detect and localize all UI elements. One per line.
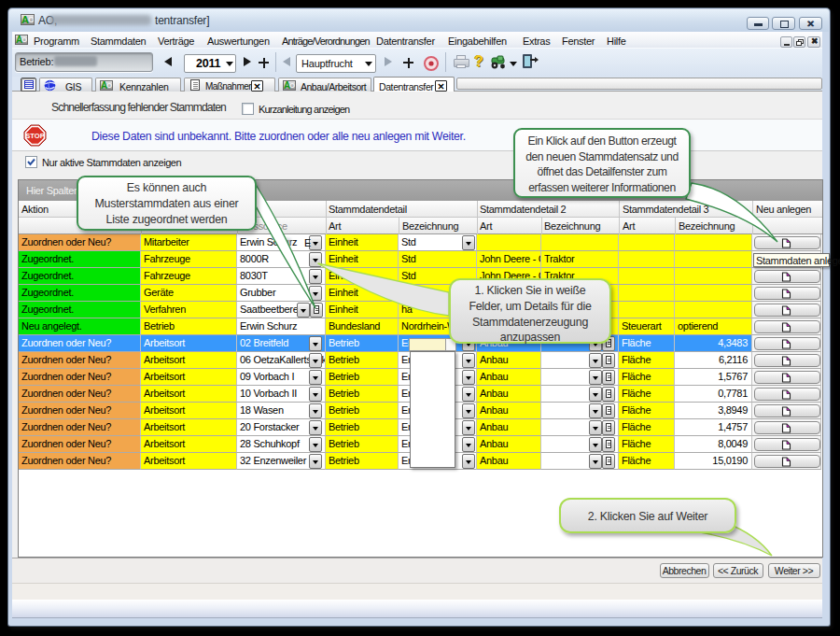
svg-text:STOP: STOP [25,132,45,140]
